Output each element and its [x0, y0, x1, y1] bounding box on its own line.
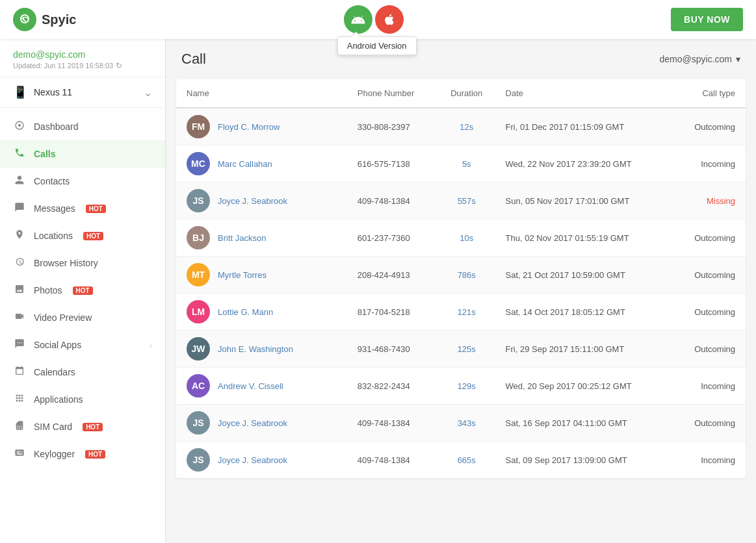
sim-card-label: SIM Card [34, 422, 72, 432]
photos-label: Photos [34, 285, 62, 296]
cell-name-8: JSJoyce J. Seabrook [176, 405, 347, 442]
cell-duration-2: 557s [438, 183, 495, 220]
messages-label: Messages [34, 203, 75, 214]
cell-calltype-6: Outcoming [655, 331, 746, 368]
refresh-icon[interactable]: ↻ [116, 61, 122, 70]
applications-label: Applications [34, 394, 83, 405]
sidebar-item-social-apps[interactable]: Social Apps› [0, 331, 165, 359]
cell-date-7: Wed, 20 Sep 2017 00:25:12 GMT [495, 368, 655, 405]
cell-phone-6: 931-468-7430 [347, 331, 438, 368]
sidebar-email: demo@spyic.com [13, 49, 152, 60]
user-menu-chevron: ▾ [736, 54, 740, 64]
sidebar-item-calls[interactable]: Calls [0, 140, 165, 168]
ios-button[interactable] [375, 5, 404, 34]
contact-name-8: Joyce J. Seabrook [218, 418, 287, 428]
cell-calltype-4: Outcoming [655, 257, 746, 294]
cell-phone-5: 817-704-5218 [347, 294, 438, 331]
table-row: FMFloyd C. Morrow330-808-239712sFri, 01 … [176, 108, 746, 145]
user-menu-email: demo@spyic.com [660, 54, 732, 64]
main-layout: demo@spyic.com Updated: Jun 11 2019 16:5… [0, 39, 756, 543]
calltype-value-9: Incoming [701, 455, 735, 465]
sidebar-item-messages[interactable]: MessagesHOT [0, 195, 165, 222]
calls-table-container: Name Phone Number Duration Date Call typ… [176, 79, 746, 478]
sidebar-item-photos[interactable]: PhotosHOT [0, 277, 165, 304]
sidebar-item-video-preview[interactable]: Video Preview [0, 304, 165, 331]
logo-area: Spyic [13, 8, 76, 31]
device-name: Nexus 11 [34, 87, 137, 97]
contact-name-7: Andrew V. Cissell [218, 381, 283, 391]
table-row: BJBritt Jackson601-237-736010sThu, 02 No… [176, 220, 746, 257]
sidebar-item-calendars[interactable]: Calendars [0, 359, 165, 386]
android-tooltip: Android Version [337, 36, 417, 55]
sidebar-item-locations[interactable]: LocationsHOT [0, 222, 165, 249]
keylogger-label: Keylogger [34, 449, 75, 459]
avatar-7: AC [187, 374, 210, 398]
sidebar-item-sim-card[interactable]: SIM CardHOT [0, 413, 165, 440]
calltype-value-0: Outcoming [694, 122, 735, 132]
table-row: MCMarc Callahan616-575-71385sWed, 22 Nov… [176, 145, 746, 183]
social-apps-icon [13, 338, 26, 351]
android-button[interactable] [344, 5, 372, 34]
cell-calltype-9: Incoming [655, 442, 746, 479]
logo-text: Spyic [42, 12, 76, 27]
cell-calltype-3: Outcoming [655, 220, 746, 257]
sidebar-item-browser-history[interactable]: Browser History [0, 249, 165, 277]
device-icon: 📱 [13, 85, 27, 99]
cell-date-0: Fri, 01 Dec 2017 01:15:09 GMT [495, 108, 655, 145]
cell-duration-9: 665s [438, 442, 495, 479]
contact-name-0: Floyd C. Morrow [218, 122, 280, 132]
table-body: FMFloyd C. Morrow330-808-239712sFri, 01 … [176, 108, 746, 478]
header-center: Android Version [76, 5, 671, 34]
cell-calltype-8: Outcoming [655, 405, 746, 442]
buy-now-button[interactable]: BUY NOW [671, 8, 743, 31]
sidebar-item-applications[interactable]: Applications [0, 386, 165, 413]
cell-date-1: Wed, 22 Nov 2017 23:39:20 GMT [495, 145, 655, 183]
cell-phone-0: 330-808-2397 [347, 108, 438, 145]
table-row: JSJoyce J. Seabrook409-748-1384665sSat, … [176, 442, 746, 479]
calltype-value-1: Incoming [701, 159, 735, 169]
locations-label: Locations [34, 231, 73, 241]
cell-phone-4: 208-424-4913 [347, 257, 438, 294]
avatar-9: JS [187, 448, 210, 472]
avatar-2: JS [187, 189, 210, 212]
table-row: ACAndrew V. Cissell832-822-2434129sWed, … [176, 368, 746, 405]
video-preview-label: Video Preview [34, 312, 92, 323]
locations-icon [13, 229, 26, 242]
sidebar: demo@spyic.com Updated: Jun 11 2019 16:5… [0, 39, 166, 543]
cell-duration-1: 5s [438, 145, 495, 183]
os-toggle: Android Version [344, 5, 404, 34]
sidebar-item-contacts[interactable]: Contacts [0, 168, 165, 195]
calls-label: Calls [34, 149, 55, 159]
sim-card-hot-badge: HOT [83, 423, 103, 431]
calltype-value-3: Outcoming [694, 233, 735, 243]
col-duration: Duration [438, 79, 495, 108]
cell-date-8: Sat, 16 Sep 2017 04:11:00 GMT [495, 405, 655, 442]
keylogger-hot-badge: HOT [85, 450, 105, 459]
avatar-3: BJ [187, 226, 210, 249]
device-row[interactable]: 📱 Nexus 11 ⌄ [0, 77, 165, 108]
cell-date-2: Sun, 05 Nov 2017 17:01:00 GMT [495, 183, 655, 220]
cell-date-3: Thu, 02 Nov 2017 01:55:19 GMT [495, 220, 655, 257]
browser-history-icon [13, 257, 26, 270]
cell-phone-3: 601-237-7360 [347, 220, 438, 257]
social-apps-label: Social Apps [34, 340, 81, 350]
cell-calltype-0: Outcoming [655, 108, 746, 145]
cell-duration-4: 786s [438, 257, 495, 294]
contact-name-2: Joyce J. Seabrook [218, 196, 287, 206]
cell-date-4: Sat, 21 Oct 2017 10:59:00 GMT [495, 257, 655, 294]
messages-icon [13, 202, 26, 215]
sidebar-item-dashboard[interactable]: Dashboard [0, 113, 165, 140]
contact-name-4: Myrtle Torres [218, 270, 267, 280]
contacts-label: Contacts [34, 176, 70, 186]
user-menu[interactable]: demo@spyic.com ▾ [660, 54, 740, 64]
col-phone: Phone Number [347, 79, 438, 108]
sidebar-item-keylogger[interactable]: KeyloggerHOT [0, 440, 165, 468]
cell-phone-2: 409-748-1384 [347, 183, 438, 220]
content-header: Call demo@spyic.com ▾ [166, 39, 756, 79]
svg-point-1 [18, 124, 21, 127]
content: Call demo@spyic.com ▾ Name Phone Number … [166, 39, 756, 543]
messages-hot-badge: HOT [86, 205, 106, 213]
cell-duration-6: 125s [438, 331, 495, 368]
locations-hot-badge: HOT [83, 232, 103, 240]
cell-name-1: MCMarc Callahan [176, 145, 347, 183]
